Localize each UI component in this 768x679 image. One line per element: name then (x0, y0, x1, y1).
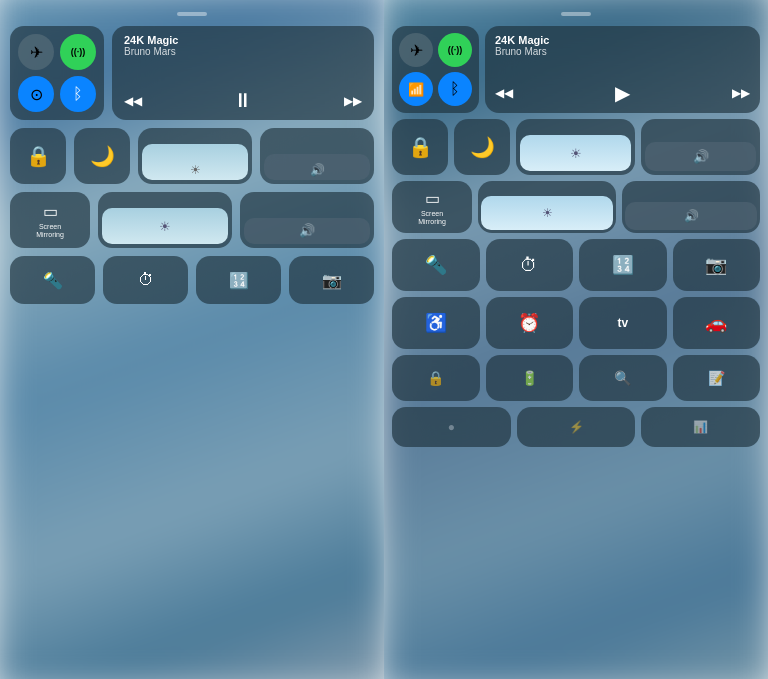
left-play-button[interactable]: ⏸ (233, 89, 253, 112)
left-timer-button[interactable]: ⏱ (103, 256, 188, 304)
right-do-not-disturb-button[interactable]: 🌙 (454, 119, 510, 175)
right-extra-row: ● ⚡ 📊 (392, 407, 760, 447)
right-connectivity-tile: ✈ ((·)) 📶 ᛒ (392, 26, 479, 113)
right-media-tile: 24K Magic Bruno Mars ◀◀ ▶ ▶▶ (485, 26, 760, 113)
left-next-button[interactable]: ▶▶ (344, 94, 362, 108)
right-timer-button[interactable]: ⏱ (486, 239, 574, 291)
right-flashlight-button[interactable]: 🔦 (392, 239, 480, 291)
right-bottom-row: 🔒 🔋 🔍 📝 (392, 355, 760, 401)
right-row3: ▭ ScreenMirroring ☀ 🔊 (392, 181, 760, 233)
left-volume-tall[interactable]: 🔊 (240, 192, 374, 248)
left-calculator-button[interactable]: 🔢 (196, 256, 281, 304)
right-volume-slider[interactable]: 🔊 (641, 119, 760, 175)
left-media-tile: 24K Magic Bruno Mars ◀◀ ⏸ ▶▶ (112, 26, 374, 120)
right-media-artist: Bruno Mars (495, 46, 750, 57)
left-volume-slider[interactable]: 🔊 (260, 128, 374, 184)
left-row2: 🔒 🌙 ☀ 🔊 (10, 128, 374, 184)
right-alarm-button[interactable]: ⏰ (486, 297, 574, 349)
right-airplane-button[interactable]: ✈ (399, 33, 433, 67)
left-panel: ✈ ((·)) ⊙ ᛒ 24K Magic Bruno Mars ◀◀ ⏸ ▶▶ (0, 0, 384, 679)
right-main-content: ✈ ((·)) 📶 ᛒ 24K Magic Bruno Mars ◀◀ ▶ ▶▶ (392, 26, 760, 447)
left-notch-indicator (177, 12, 207, 16)
right-media-controls: ◀◀ ▶ ▶▶ (495, 81, 750, 105)
right-calculator-button[interactable]: 🔢 (579, 239, 667, 291)
right-lock-rotation-button[interactable]: 🔒 (392, 119, 448, 175)
right-media-title: 24K Magic (495, 34, 750, 46)
right-brightness-slider2[interactable]: ☀ (478, 181, 616, 233)
right-screen-mirror-button[interactable]: ▭ ScreenMirroring (392, 181, 472, 233)
right-row5: ♿ ⏰ tv 🚗 (392, 297, 760, 349)
left-screen-mirror-button[interactable]: ▭ ScreenMirroring (10, 192, 90, 248)
left-flashlight-button[interactable]: 🔦 (10, 256, 95, 304)
left-tools-row: 🔦 ⏱ 🔢 📷 (10, 256, 374, 304)
right-extra3-button[interactable]: 📊 (641, 407, 760, 447)
right-row4: 🔦 ⏱ 🔢 📷 (392, 239, 760, 291)
left-prev-button[interactable]: ◀◀ (124, 94, 142, 108)
left-media-title: 24K Magic (124, 34, 362, 46)
left-brightness-tall[interactable]: ☀ (98, 192, 232, 248)
right-prev-button[interactable]: ◀◀ (495, 86, 513, 100)
left-camera-button[interactable]: 📷 (289, 256, 374, 304)
right-lock-button[interactable]: 🔒 (392, 355, 480, 401)
left-media-controls: ◀◀ ⏸ ▶▶ (124, 89, 362, 112)
left-connectivity-tile: ✈ ((·)) ⊙ ᛒ (10, 26, 104, 120)
right-extra2-button[interactable]: ⚡ (517, 407, 636, 447)
left-top-row: ✈ ((·)) ⊙ ᛒ 24K Magic Bruno Mars ◀◀ ⏸ ▶▶ (10, 26, 374, 120)
right-row1: ✈ ((·)) 📶 ᛒ 24K Magic Bruno Mars ◀◀ ▶ ▶▶ (392, 26, 760, 113)
right-play-button[interactable]: ▶ (615, 81, 630, 105)
right-cellular-button[interactable]: ((·)) (438, 33, 472, 67)
right-camera-button[interactable]: 📷 (673, 239, 761, 291)
right-extra1-button[interactable]: ● (392, 407, 511, 447)
cellular-button[interactable]: ((·)) (60, 34, 96, 70)
left-lock-rotation-button[interactable]: 🔒 (10, 128, 66, 184)
right-screen-mirror-label: ScreenMirroring (418, 210, 446, 225)
wifi-button[interactable]: ⊙ (18, 76, 54, 112)
right-magnify-button[interactable]: 🔍 (579, 355, 667, 401)
right-next-button[interactable]: ▶▶ (732, 86, 750, 100)
right-panel: ✈ ((·)) 📶 ᛒ 24K Magic Bruno Mars ◀◀ ▶ ▶▶ (384, 0, 768, 679)
airplane-mode-button[interactable]: ✈ (18, 34, 54, 70)
right-battery-button[interactable]: 🔋 (486, 355, 574, 401)
right-bluetooth-button[interactable]: ᛒ (438, 72, 472, 106)
right-carplay-button[interactable]: 🚗 (673, 297, 761, 349)
left-row3: ▭ ScreenMirroring ☀ 🔊 (10, 192, 374, 248)
right-media-info: 24K Magic Bruno Mars (495, 34, 750, 57)
right-notes-button[interactable]: 📝 (673, 355, 761, 401)
left-media-info: 24K Magic Bruno Mars (124, 34, 362, 57)
right-row2: 🔒 🌙 ☀ 🔊 (392, 119, 760, 175)
left-do-not-disturb-button[interactable]: 🌙 (74, 128, 130, 184)
right-accessibility-button[interactable]: ♿ (392, 297, 480, 349)
bluetooth-button[interactable]: ᛒ (60, 76, 96, 112)
right-notch-indicator (561, 12, 591, 16)
right-brightness-slider[interactable]: ☀ (516, 119, 635, 175)
right-wifi-button[interactable]: 📶 (399, 72, 433, 106)
left-brightness-slider[interactable]: ☀ (138, 128, 252, 184)
right-appletv-button[interactable]: tv (579, 297, 667, 349)
right-volume-slider2[interactable]: 🔊 (622, 181, 760, 233)
left-media-artist: Bruno Mars (124, 46, 362, 57)
